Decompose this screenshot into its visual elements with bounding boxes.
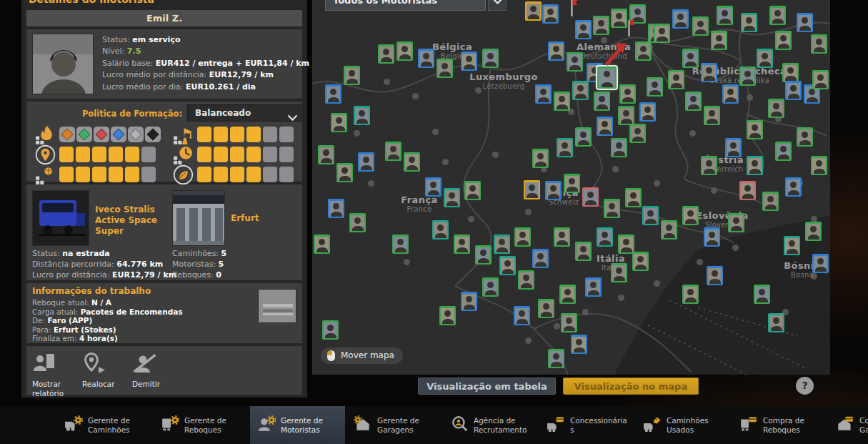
driver-marker[interactable] [611,263,627,282]
driver-marker[interactable] [532,249,549,268]
driver-marker[interactable] [682,49,699,68]
driver-marker[interactable] [593,16,609,35]
driver-marker[interactable] [741,13,757,32]
driver-marker[interactable] [654,24,670,43]
driver-marker[interactable] [538,299,554,318]
driver-marker[interactable] [328,199,344,218]
driver-marker[interactable] [318,145,334,164]
toolbar-item-trailer-manager[interactable]: Gerente de Reboques [154,406,249,444]
driver-marker[interactable] [349,213,366,232]
driver-marker[interactable] [784,236,800,255]
driver-marker[interactable] [775,31,792,50]
driver-marker[interactable] [331,113,347,132]
driver-marker[interactable] [611,138,627,157]
driver-marker[interactable] [811,156,827,175]
driver-marker[interactable] [548,41,564,61]
driver-marker[interactable] [635,41,652,61]
driver-marker[interactable] [782,63,799,82]
driver-marker[interactable] [747,156,763,175]
driver-marker[interactable] [494,235,510,254]
driver-marker[interactable] [739,66,756,86]
toolbar-item-dealers[interactable]: Concessionárias [539,406,634,444]
driver-marker[interactable] [444,188,460,207]
toolbar-item-truck-manager[interactable]: Gerente de Caminhões [57,406,152,444]
driver-filter-dropdown[interactable]: Todos os Motoristas [325,0,486,11]
toolbar-item-garage-purchase[interactable]: Compra de Garagem [829,406,868,444]
driver-marker[interactable] [575,242,592,261]
driver-marker[interactable] [439,306,456,325]
driver-marker[interactable] [811,34,827,54]
driver-marker[interactable] [768,99,784,118]
driver-marker[interactable] [725,138,742,157]
driver-marker[interactable] [754,285,770,304]
driver-marker[interactable] [482,277,499,297]
truck-thumbnail[interactable] [32,190,89,246]
driver-marker[interactable] [572,81,589,100]
driver-marker[interactable] [392,235,409,254]
driver-marker[interactable] [344,66,360,85]
driver-marker[interactable] [404,152,420,172]
driver-marker[interactable] [661,220,677,240]
driver-marker[interactable] [524,180,540,199]
driver-marker[interactable] [701,156,717,175]
relocate-button[interactable]: Realocar [81,350,125,390]
driver-marker[interactable] [785,81,802,100]
driver-marker[interactable] [785,177,802,197]
driver-marker[interactable] [711,31,727,50]
driver-marker[interactable] [322,320,339,340]
driver-marker[interactable] [314,235,330,254]
driver-marker[interactable] [619,84,636,104]
driver-marker[interactable] [668,70,684,89]
driver-marker[interactable] [632,252,649,271]
driver-marker[interactable] [701,63,717,82]
driver-marker[interactable] [647,77,663,97]
selected-driver-marker[interactable] [597,66,617,89]
driver-marker[interactable] [685,92,702,111]
driver-marker[interactable] [554,92,570,111]
driver-marker[interactable] [567,52,583,71]
driver-marker[interactable] [461,292,477,311]
driver-marker[interactable] [582,187,599,207]
driver-marker[interactable] [805,222,822,241]
driver-marker[interactable] [642,206,659,225]
driver-marker[interactable] [704,106,720,125]
driver-marker[interactable] [532,149,549,168]
driver-marker[interactable] [575,127,592,147]
driver-marker[interactable] [618,235,634,254]
driver-marker[interactable] [625,188,642,207]
driver-marker[interactable] [707,266,723,285]
driver-marker[interactable] [682,285,699,304]
driver-marker[interactable] [535,84,552,104]
help-button[interactable]: ? [796,377,814,395]
driver-marker[interactable] [672,9,689,29]
driver-marker[interactable] [597,117,613,136]
driver-marker[interactable] [437,59,453,78]
map-view-button[interactable]: Visualização no mapa [563,378,699,395]
driver-marker[interactable] [514,306,530,325]
driver-marker[interactable] [722,84,739,104]
driver-marker[interactable] [358,152,374,172]
driver-marker[interactable] [525,1,542,21]
driver-marker[interactable] [757,49,773,68]
driver-marker[interactable] [475,245,492,265]
toolbar-item-garage-manager[interactable]: Gerente de Garagens [346,406,442,444]
driver-marker[interactable] [518,270,534,290]
driver-marker[interactable] [597,227,613,247]
truck-name[interactable]: Iveco Stralis Active Space Super [95,204,171,237]
driver-marker[interactable] [704,227,720,247]
driver-marker[interactable] [378,44,394,64]
garage-name[interactable]: Erfurt [231,213,259,224]
driver-marker[interactable] [618,106,634,125]
driver-marker[interactable] [717,6,733,25]
driver-marker[interactable] [557,138,573,157]
garage-thumbnail[interactable] [172,190,225,246]
driver-marker[interactable] [514,227,531,247]
driver-marker[interactable] [561,313,577,332]
dismiss-button[interactable]: Demitir [131,350,175,390]
driver-marker[interactable] [739,181,756,200]
driver-marker[interactable] [585,277,602,297]
filter-chevron-button[interactable] [488,0,507,11]
driver-marker[interactable] [682,206,699,225]
driver-marker[interactable] [482,49,499,68]
driver-marker[interactable] [559,285,576,304]
